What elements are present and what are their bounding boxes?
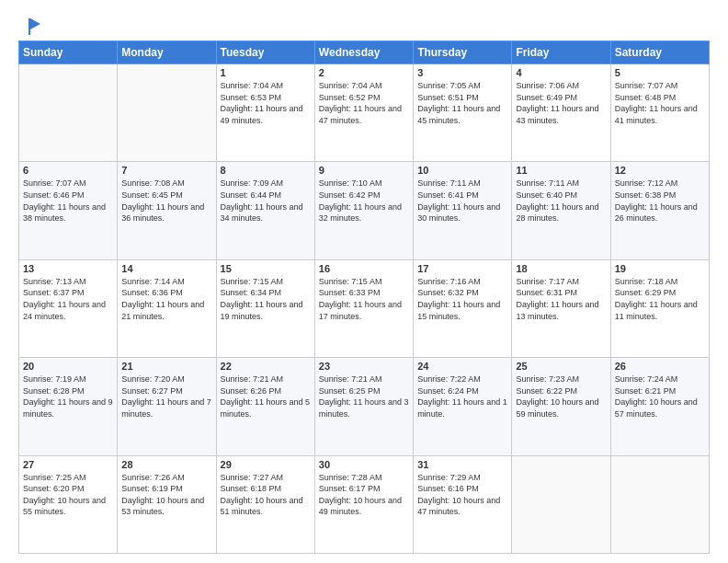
day-number: 17 [417, 263, 507, 274]
calendar-table: SundayMondayTuesdayWednesdayThursdayFrid… [18, 40, 710, 554]
day-number: 9 [319, 165, 409, 176]
cell-info: Sunrise: 7:07 AMSunset: 6:48 PMDaylight:… [615, 80, 705, 126]
calendar-cell: 11Sunrise: 7:11 AMSunset: 6:40 PMDayligh… [512, 162, 610, 259]
calendar-cell: 2Sunrise: 7:04 AMSunset: 6:52 PMDaylight… [314, 64, 413, 162]
day-number: 18 [516, 263, 606, 274]
calendar-week-row: 20Sunrise: 7:19 AMSunset: 6:28 PMDayligh… [19, 358, 710, 455]
calendar-cell: 10Sunrise: 7:11 AMSunset: 6:41 PMDayligh… [414, 162, 512, 259]
calendar-body: 1Sunrise: 7:04 AMSunset: 6:53 PMDaylight… [19, 64, 710, 554]
cell-info: Sunrise: 7:28 AMSunset: 6:17 PMDaylight:… [319, 472, 409, 518]
day-number: 4 [516, 67, 606, 78]
calendar-cell: 18Sunrise: 7:17 AMSunset: 6:31 PMDayligh… [512, 259, 610, 357]
calendar-cell: 17Sunrise: 7:16 AMSunset: 6:32 PMDayligh… [414, 259, 512, 357]
calendar-cell: 5Sunrise: 7:07 AMSunset: 6:48 PMDaylight… [610, 64, 709, 162]
calendar-cell: 12Sunrise: 7:12 AMSunset: 6:38 PMDayligh… [610, 162, 709, 259]
cell-info: Sunrise: 7:17 AMSunset: 6:31 PMDaylight:… [516, 276, 606, 322]
day-number: 16 [319, 263, 409, 274]
day-number: 29 [221, 459, 311, 470]
day-number: 11 [516, 165, 606, 176]
day-number: 13 [23, 263, 113, 274]
calendar-week-row: 13Sunrise: 7:13 AMSunset: 6:37 PMDayligh… [19, 259, 710, 357]
day-number: 28 [121, 459, 211, 470]
cell-info: Sunrise: 7:21 AMSunset: 6:25 PMDaylight:… [319, 373, 409, 419]
day-header-tuesday: Tuesday [216, 41, 314, 64]
calendar-cell: 14Sunrise: 7:14 AMSunset: 6:36 PMDayligh… [118, 259, 216, 357]
cell-info: Sunrise: 7:25 AMSunset: 6:20 PMDaylight:… [23, 472, 113, 518]
calendar-cell [19, 64, 118, 162]
calendar-cell: 27Sunrise: 7:25 AMSunset: 6:20 PMDayligh… [19, 455, 118, 553]
calendar-cell: 26Sunrise: 7:24 AMSunset: 6:21 PMDayligh… [610, 358, 709, 455]
calendar-cell [512, 455, 610, 553]
calendar-cell: 1Sunrise: 7:04 AMSunset: 6:53 PMDaylight… [216, 64, 314, 162]
day-number: 14 [121, 263, 211, 274]
page: SundayMondayTuesdayWednesdayThursdayFrid… [0, 0, 728, 563]
day-number: 8 [221, 165, 311, 176]
calendar-cell: 23Sunrise: 7:21 AMSunset: 6:25 PMDayligh… [314, 358, 413, 455]
cell-info: Sunrise: 7:22 AMSunset: 6:24 PMDaylight:… [417, 373, 507, 419]
calendar-cell: 6Sunrise: 7:07 AMSunset: 6:46 PMDaylight… [19, 162, 118, 259]
svg-rect-1 [28, 18, 30, 35]
cell-info: Sunrise: 7:26 AMSunset: 6:19 PMDaylight:… [121, 472, 211, 518]
calendar-header-row: SundayMondayTuesdayWednesdayThursdayFrid… [19, 41, 710, 64]
cell-info: Sunrise: 7:23 AMSunset: 6:22 PMDaylight:… [516, 373, 606, 419]
day-number: 6 [23, 165, 113, 176]
day-number: 10 [417, 165, 507, 176]
calendar-cell [610, 455, 709, 553]
day-number: 23 [319, 361, 409, 372]
day-number: 15 [221, 263, 311, 274]
cell-info: Sunrise: 7:04 AMSunset: 6:52 PMDaylight:… [319, 80, 409, 126]
day-header-thursday: Thursday [414, 41, 512, 64]
cell-info: Sunrise: 7:13 AMSunset: 6:37 PMDaylight:… [23, 276, 113, 322]
day-header-friday: Friday [512, 41, 610, 64]
cell-info: Sunrise: 7:27 AMSunset: 6:18 PMDaylight:… [221, 472, 311, 518]
cell-info: Sunrise: 7:15 AMSunset: 6:33 PMDaylight:… [319, 276, 409, 322]
day-header-sunday: Sunday [19, 41, 118, 64]
cell-info: Sunrise: 7:04 AMSunset: 6:53 PMDaylight:… [221, 80, 311, 126]
day-number: 1 [221, 67, 311, 78]
cell-info: Sunrise: 7:05 AMSunset: 6:51 PMDaylight:… [417, 80, 507, 126]
header [18, 17, 710, 33]
calendar-week-row: 6Sunrise: 7:07 AMSunset: 6:46 PMDaylight… [19, 162, 710, 259]
day-header-wednesday: Wednesday [314, 41, 413, 64]
day-number: 2 [319, 67, 409, 78]
cell-info: Sunrise: 7:29 AMSunset: 6:16 PMDaylight:… [417, 472, 507, 518]
calendar-cell: 13Sunrise: 7:13 AMSunset: 6:37 PMDayligh… [19, 259, 118, 357]
day-number: 12 [615, 165, 705, 176]
cell-info: Sunrise: 7:16 AMSunset: 6:32 PMDaylight:… [417, 276, 507, 322]
calendar-cell: 21Sunrise: 7:20 AMSunset: 6:27 PMDayligh… [118, 358, 216, 455]
cell-info: Sunrise: 7:11 AMSunset: 6:41 PMDaylight:… [417, 178, 507, 224]
calendar-cell: 4Sunrise: 7:06 AMSunset: 6:49 PMDaylight… [512, 64, 610, 162]
calendar-cell: 15Sunrise: 7:15 AMSunset: 6:34 PMDayligh… [216, 259, 314, 357]
calendar-cell: 16Sunrise: 7:15 AMSunset: 6:33 PMDayligh… [314, 259, 413, 357]
calendar-cell: 29Sunrise: 7:27 AMSunset: 6:18 PMDayligh… [216, 455, 314, 553]
calendar-cell: 28Sunrise: 7:26 AMSunset: 6:19 PMDayligh… [118, 455, 216, 553]
calendar-cell: 20Sunrise: 7:19 AMSunset: 6:28 PMDayligh… [19, 358, 118, 455]
cell-info: Sunrise: 7:06 AMSunset: 6:49 PMDaylight:… [516, 80, 606, 126]
calendar-cell: 19Sunrise: 7:18 AMSunset: 6:29 PMDayligh… [610, 259, 709, 357]
calendar-cell: 3Sunrise: 7:05 AMSunset: 6:51 PMDaylight… [414, 64, 512, 162]
cell-info: Sunrise: 7:07 AMSunset: 6:46 PMDaylight:… [23, 178, 113, 224]
logo [18, 17, 40, 33]
calendar-week-row: 1Sunrise: 7:04 AMSunset: 6:53 PMDaylight… [19, 64, 710, 162]
calendar-cell: 31Sunrise: 7:29 AMSunset: 6:16 PMDayligh… [414, 455, 512, 553]
cell-info: Sunrise: 7:11 AMSunset: 6:40 PMDaylight:… [516, 178, 606, 224]
day-number: 26 [615, 361, 705, 372]
cell-info: Sunrise: 7:12 AMSunset: 6:38 PMDaylight:… [615, 178, 705, 224]
cell-info: Sunrise: 7:21 AMSunset: 6:26 PMDaylight:… [221, 373, 311, 419]
cell-info: Sunrise: 7:09 AMSunset: 6:44 PMDaylight:… [221, 178, 311, 224]
day-number: 24 [417, 361, 507, 372]
cell-info: Sunrise: 7:08 AMSunset: 6:45 PMDaylight:… [121, 178, 211, 224]
logo-flag-icon [20, 17, 40, 37]
calendar-cell: 8Sunrise: 7:09 AMSunset: 6:44 PMDaylight… [216, 162, 314, 259]
calendar-cell: 30Sunrise: 7:28 AMSunset: 6:17 PMDayligh… [314, 455, 413, 553]
cell-info: Sunrise: 7:14 AMSunset: 6:36 PMDaylight:… [121, 276, 211, 322]
svg-marker-0 [30, 18, 40, 29]
calendar-cell [118, 64, 216, 162]
cell-info: Sunrise: 7:24 AMSunset: 6:21 PMDaylight:… [615, 373, 705, 419]
day-number: 22 [221, 361, 311, 372]
calendar-week-row: 27Sunrise: 7:25 AMSunset: 6:20 PMDayligh… [19, 455, 710, 553]
cell-info: Sunrise: 7:10 AMSunset: 6:42 PMDaylight:… [319, 178, 409, 224]
cell-info: Sunrise: 7:18 AMSunset: 6:29 PMDaylight:… [615, 276, 705, 322]
day-number: 25 [516, 361, 606, 372]
cell-info: Sunrise: 7:15 AMSunset: 6:34 PMDaylight:… [221, 276, 311, 322]
